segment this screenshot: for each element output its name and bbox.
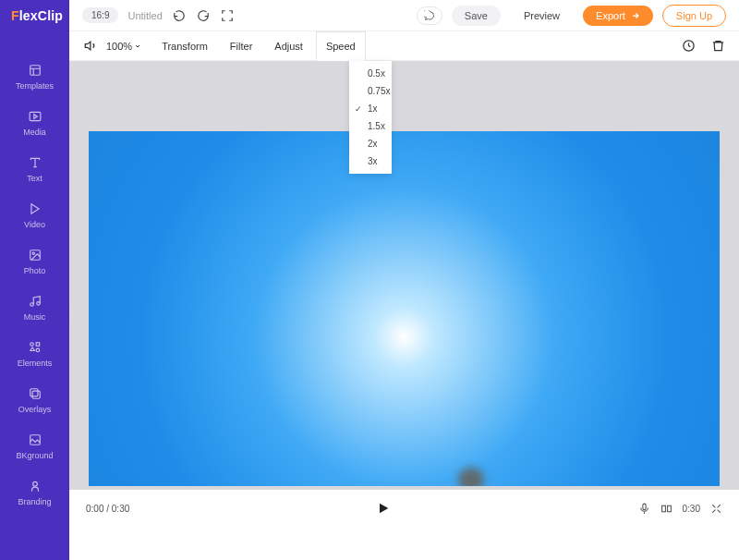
- speed-option-label: 0.5x: [368, 68, 385, 79]
- text-icon: [28, 155, 42, 170]
- arrow-right-icon: [631, 11, 640, 20]
- sidebar-item-overlays[interactable]: Overlays: [0, 386, 69, 414]
- svg-point-5: [30, 303, 33, 307]
- main: 16:9 Untitled Save Preview Export Sign U…: [69, 0, 739, 560]
- speed-option[interactable]: 2x: [349, 135, 392, 152]
- export-label: Export: [596, 10, 625, 21]
- fullscreen-icon[interactable]: [220, 8, 235, 23]
- music-icon: [28, 294, 42, 309]
- undo-icon[interactable]: [172, 8, 187, 23]
- trash-icon[interactable]: [709, 38, 726, 55]
- playbar: 0:00 / 0:30 0:30: [69, 490, 739, 527]
- sidebar-item-templates[interactable]: Templates: [0, 63, 69, 91]
- svg-point-4: [32, 252, 34, 254]
- svg-point-6: [36, 302, 40, 306]
- sidebar-items: Templates Media Text Video Photo Music E…: [0, 31, 69, 506]
- project-title[interactable]: Untitled: [127, 10, 162, 21]
- zoom-value-label: 100%: [106, 41, 132, 52]
- split-icon[interactable]: [660, 502, 673, 515]
- toolbar: 100% Transform Filter Adjust Speed 0.5x …: [69, 31, 739, 61]
- sidebar: FlexClip Templates Media Text Video Phot…: [0, 0, 69, 560]
- sidebar-item-label: Overlays: [18, 405, 52, 414]
- sidebar-item-text[interactable]: Text: [0, 155, 69, 183]
- sidebar-item-music[interactable]: Music: [0, 294, 69, 322]
- sidebar-item-label: Text: [27, 174, 42, 183]
- tab-speed[interactable]: Speed: [316, 31, 366, 61]
- branding-icon: [28, 479, 42, 493]
- speed-option-label: 3x: [368, 156, 378, 166]
- redo-icon[interactable]: [196, 8, 211, 23]
- microphone-icon[interactable]: [638, 502, 651, 515]
- tab-adjust[interactable]: Adjust: [265, 31, 312, 61]
- speed-option-label: 2x: [368, 139, 378, 149]
- sidebar-item-elements[interactable]: Elements: [0, 340, 69, 368]
- svg-rect-1: [30, 112, 41, 120]
- svg-rect-11: [32, 391, 40, 398]
- video-canvas[interactable]: [89, 131, 720, 486]
- bottom-filler: [69, 527, 739, 560]
- speed-option[interactable]: 0.5x: [349, 65, 392, 82]
- sidebar-item-branding[interactable]: Branding: [0, 479, 69, 506]
- sidebar-item-label: Media: [23, 128, 46, 137]
- media-icon: [28, 109, 42, 124]
- sidebar-item-label: Music: [24, 312, 46, 322]
- tab-filter[interactable]: Filter: [221, 31, 261, 61]
- sidebar-item-label: Templates: [16, 81, 54, 91]
- logo-f: F: [11, 8, 19, 23]
- speed-option[interactable]: ✓1x: [349, 100, 392, 117]
- check-icon: ✓: [355, 104, 362, 114]
- export-button[interactable]: Export: [583, 6, 653, 26]
- sidebar-item-video[interactable]: Video: [0, 201, 69, 229]
- topbar: 16:9 Untitled Save Preview Export Sign U…: [69, 0, 739, 31]
- svg-rect-10: [30, 389, 37, 396]
- svg-marker-2: [30, 204, 38, 214]
- svg-marker-14: [85, 42, 91, 50]
- sidebar-item-label: Elements: [18, 359, 53, 368]
- svg-rect-0: [30, 66, 40, 76]
- svg-rect-19: [668, 505, 672, 512]
- svg-rect-8: [36, 343, 40, 347]
- chevron-down-icon: [134, 43, 141, 50]
- canvas-area: [69, 61, 739, 490]
- preview-button[interactable]: Preview: [510, 5, 574, 27]
- speed-option[interactable]: 1.5x: [349, 117, 392, 135]
- svg-point-13: [32, 481, 37, 486]
- aspect-ratio-pill[interactable]: 16:9: [82, 7, 118, 23]
- svg-rect-17: [643, 504, 646, 510]
- speed-option-label: 0.75x: [368, 86, 390, 96]
- sidebar-item-label: Video: [24, 220, 45, 229]
- history-icon[interactable]: [680, 38, 697, 55]
- volume-icon[interactable]: [82, 38, 99, 55]
- logo-rest: lexClip: [19, 8, 63, 23]
- duration-label: 0:30: [683, 504, 700, 514]
- svg-rect-18: [662, 505, 666, 512]
- speed-option-label: 1x: [368, 103, 378, 114]
- sidebar-item-photo[interactable]: Photo: [0, 248, 69, 275]
- play-button[interactable]: [376, 501, 391, 516]
- speed-option[interactable]: 0.75x: [349, 82, 392, 100]
- logo: FlexClip: [0, 0, 69, 31]
- sidebar-item-label: Photo: [24, 266, 46, 275]
- speed-option-label: 1.5x: [368, 121, 385, 131]
- svg-point-9: [36, 348, 40, 352]
- sidebar-item-label: BKground: [16, 451, 53, 460]
- svg-point-7: [30, 343, 33, 347]
- tab-transform[interactable]: Transform: [152, 31, 217, 61]
- photo-icon: [28, 248, 42, 262]
- video-object: [458, 468, 484, 486]
- sidebar-item-media[interactable]: Media: [0, 109, 69, 137]
- overlays-icon: [28, 386, 42, 401]
- speed-option[interactable]: 3x: [349, 152, 392, 170]
- playback-time: 0:00 / 0:30: [86, 504, 129, 514]
- templates-icon: [28, 63, 42, 78]
- expand-icon[interactable]: [709, 502, 722, 515]
- sidebar-item-background[interactable]: BKground: [0, 432, 69, 460]
- chat-icon[interactable]: [417, 6, 442, 25]
- speed-dropdown: 0.5x 0.75x ✓1x 1.5x 2x 3x: [349, 61, 392, 174]
- sidebar-item-label: Branding: [18, 497, 51, 506]
- svg-marker-16: [380, 504, 388, 514]
- zoom-level[interactable]: 100%: [106, 41, 141, 52]
- signup-button[interactable]: Sign Up: [662, 5, 726, 27]
- background-icon: [28, 432, 42, 447]
- save-button[interactable]: Save: [452, 6, 501, 26]
